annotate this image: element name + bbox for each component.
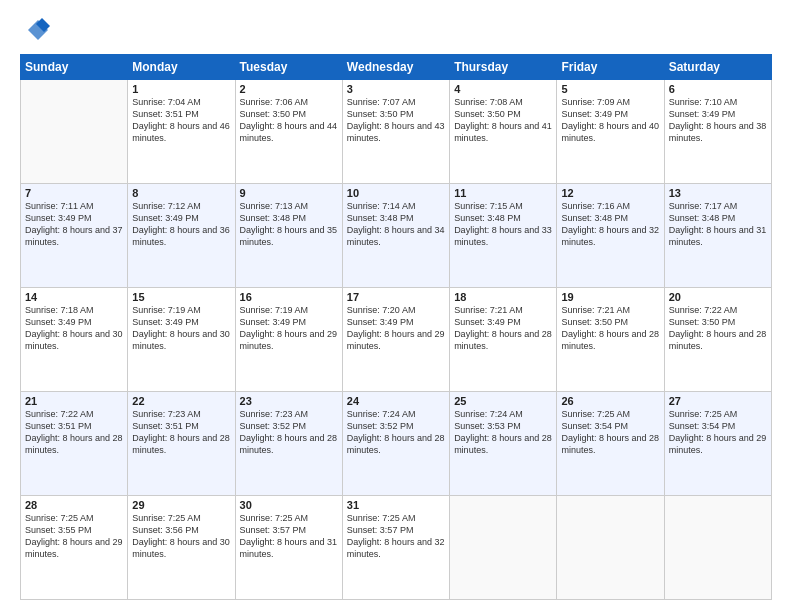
cell-1-5: 4Sunrise: 7:08 AMSunset: 3:50 PMDaylight…	[450, 80, 557, 184]
cell-5-7	[664, 496, 771, 600]
sunset-text: Sunset: 3:49 PM	[132, 316, 230, 328]
sunrise-text: Sunrise: 7:06 AM	[240, 96, 338, 108]
sunrise-text: Sunrise: 7:23 AM	[240, 408, 338, 420]
day-number: 24	[347, 395, 445, 407]
cell-info: Sunrise: 7:10 AMSunset: 3:49 PMDaylight:…	[669, 96, 767, 145]
sunset-text: Sunset: 3:55 PM	[25, 524, 123, 536]
sunrise-text: Sunrise: 7:24 AM	[454, 408, 552, 420]
cell-2-6: 12Sunrise: 7:16 AMSunset: 3:48 PMDayligh…	[557, 184, 664, 288]
cell-info: Sunrise: 7:21 AMSunset: 3:49 PMDaylight:…	[454, 304, 552, 353]
cell-3-2: 15Sunrise: 7:19 AMSunset: 3:49 PMDayligh…	[128, 288, 235, 392]
cell-1-2: 1Sunrise: 7:04 AMSunset: 3:51 PMDaylight…	[128, 80, 235, 184]
cell-info: Sunrise: 7:04 AMSunset: 3:51 PMDaylight:…	[132, 96, 230, 145]
sunrise-text: Sunrise: 7:20 AM	[347, 304, 445, 316]
cell-5-4: 31Sunrise: 7:25 AMSunset: 3:57 PMDayligh…	[342, 496, 449, 600]
calendar-table: SundayMondayTuesdayWednesdayThursdayFrid…	[20, 54, 772, 600]
sunset-text: Sunset: 3:48 PM	[454, 212, 552, 224]
daylight-text: Daylight: 8 hours and 40 minutes.	[561, 120, 659, 144]
sunset-text: Sunset: 3:50 PM	[454, 108, 552, 120]
sunrise-text: Sunrise: 7:14 AM	[347, 200, 445, 212]
sunset-text: Sunset: 3:49 PM	[132, 212, 230, 224]
sunrise-text: Sunrise: 7:16 AM	[561, 200, 659, 212]
cell-info: Sunrise: 7:11 AMSunset: 3:49 PMDaylight:…	[25, 200, 123, 249]
day-number: 16	[240, 291, 338, 303]
day-number: 17	[347, 291, 445, 303]
cell-4-6: 26Sunrise: 7:25 AMSunset: 3:54 PMDayligh…	[557, 392, 664, 496]
sunrise-text: Sunrise: 7:17 AM	[669, 200, 767, 212]
cell-4-3: 23Sunrise: 7:23 AMSunset: 3:52 PMDayligh…	[235, 392, 342, 496]
logo	[20, 16, 52, 44]
sunset-text: Sunset: 3:48 PM	[669, 212, 767, 224]
cell-info: Sunrise: 7:08 AMSunset: 3:50 PMDaylight:…	[454, 96, 552, 145]
cell-2-3: 9Sunrise: 7:13 AMSunset: 3:48 PMDaylight…	[235, 184, 342, 288]
cell-5-5	[450, 496, 557, 600]
cell-info: Sunrise: 7:25 AMSunset: 3:57 PMDaylight:…	[347, 512, 445, 561]
day-number: 3	[347, 83, 445, 95]
cell-info: Sunrise: 7:09 AMSunset: 3:49 PMDaylight:…	[561, 96, 659, 145]
sunset-text: Sunset: 3:54 PM	[561, 420, 659, 432]
sunset-text: Sunset: 3:49 PM	[347, 316, 445, 328]
daylight-text: Daylight: 8 hours and 43 minutes.	[347, 120, 445, 144]
daylight-text: Daylight: 8 hours and 46 minutes.	[132, 120, 230, 144]
day-number: 6	[669, 83, 767, 95]
cell-info: Sunrise: 7:20 AMSunset: 3:49 PMDaylight:…	[347, 304, 445, 353]
sunrise-text: Sunrise: 7:07 AM	[347, 96, 445, 108]
sunrise-text: Sunrise: 7:12 AM	[132, 200, 230, 212]
sunrise-text: Sunrise: 7:04 AM	[132, 96, 230, 108]
cell-5-1: 28Sunrise: 7:25 AMSunset: 3:55 PMDayligh…	[21, 496, 128, 600]
cell-2-7: 13Sunrise: 7:17 AMSunset: 3:48 PMDayligh…	[664, 184, 771, 288]
day-number: 13	[669, 187, 767, 199]
col-header-sunday: Sunday	[21, 55, 128, 80]
cell-3-7: 20Sunrise: 7:22 AMSunset: 3:50 PMDayligh…	[664, 288, 771, 392]
sunrise-text: Sunrise: 7:25 AM	[25, 512, 123, 524]
day-number: 11	[454, 187, 552, 199]
daylight-text: Daylight: 8 hours and 32 minutes.	[561, 224, 659, 248]
col-header-tuesday: Tuesday	[235, 55, 342, 80]
cell-5-6	[557, 496, 664, 600]
col-header-saturday: Saturday	[664, 55, 771, 80]
day-number: 9	[240, 187, 338, 199]
sunrise-text: Sunrise: 7:22 AM	[25, 408, 123, 420]
cell-info: Sunrise: 7:17 AMSunset: 3:48 PMDaylight:…	[669, 200, 767, 249]
sunrise-text: Sunrise: 7:21 AM	[561, 304, 659, 316]
daylight-text: Daylight: 8 hours and 38 minutes.	[669, 120, 767, 144]
daylight-text: Daylight: 8 hours and 35 minutes.	[240, 224, 338, 248]
day-number: 7	[25, 187, 123, 199]
cell-info: Sunrise: 7:24 AMSunset: 3:52 PMDaylight:…	[347, 408, 445, 457]
cell-4-1: 21Sunrise: 7:22 AMSunset: 3:51 PMDayligh…	[21, 392, 128, 496]
header	[20, 16, 772, 44]
sunrise-text: Sunrise: 7:19 AM	[132, 304, 230, 316]
day-number: 25	[454, 395, 552, 407]
cell-4-7: 27Sunrise: 7:25 AMSunset: 3:54 PMDayligh…	[664, 392, 771, 496]
sunrise-text: Sunrise: 7:08 AM	[454, 96, 552, 108]
cell-3-3: 16Sunrise: 7:19 AMSunset: 3:49 PMDayligh…	[235, 288, 342, 392]
sunrise-text: Sunrise: 7:18 AM	[25, 304, 123, 316]
sunset-text: Sunset: 3:57 PM	[347, 524, 445, 536]
daylight-text: Daylight: 8 hours and 34 minutes.	[347, 224, 445, 248]
daylight-text: Daylight: 8 hours and 29 minutes.	[25, 536, 123, 560]
week-row-4: 21Sunrise: 7:22 AMSunset: 3:51 PMDayligh…	[21, 392, 772, 496]
cell-info: Sunrise: 7:25 AMSunset: 3:54 PMDaylight:…	[561, 408, 659, 457]
daylight-text: Daylight: 8 hours and 28 minutes.	[561, 328, 659, 352]
day-number: 8	[132, 187, 230, 199]
day-number: 27	[669, 395, 767, 407]
daylight-text: Daylight: 8 hours and 30 minutes.	[132, 328, 230, 352]
day-number: 5	[561, 83, 659, 95]
cell-3-4: 17Sunrise: 7:20 AMSunset: 3:49 PMDayligh…	[342, 288, 449, 392]
cell-info: Sunrise: 7:15 AMSunset: 3:48 PMDaylight:…	[454, 200, 552, 249]
week-row-1: 1Sunrise: 7:04 AMSunset: 3:51 PMDaylight…	[21, 80, 772, 184]
week-row-5: 28Sunrise: 7:25 AMSunset: 3:55 PMDayligh…	[21, 496, 772, 600]
daylight-text: Daylight: 8 hours and 31 minutes.	[240, 536, 338, 560]
day-number: 22	[132, 395, 230, 407]
sunrise-text: Sunrise: 7:24 AM	[347, 408, 445, 420]
logo-icon	[24, 16, 52, 44]
daylight-text: Daylight: 8 hours and 28 minutes.	[25, 432, 123, 456]
cell-info: Sunrise: 7:23 AMSunset: 3:52 PMDaylight:…	[240, 408, 338, 457]
week-row-3: 14Sunrise: 7:18 AMSunset: 3:49 PMDayligh…	[21, 288, 772, 392]
daylight-text: Daylight: 8 hours and 30 minutes.	[25, 328, 123, 352]
sunrise-text: Sunrise: 7:13 AM	[240, 200, 338, 212]
cell-info: Sunrise: 7:21 AMSunset: 3:50 PMDaylight:…	[561, 304, 659, 353]
daylight-text: Daylight: 8 hours and 29 minutes.	[669, 432, 767, 456]
sunrise-text: Sunrise: 7:25 AM	[240, 512, 338, 524]
sunrise-text: Sunrise: 7:25 AM	[347, 512, 445, 524]
